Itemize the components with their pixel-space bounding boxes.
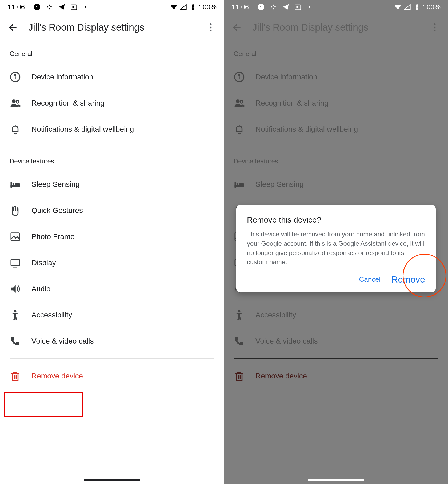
signal-icon <box>180 3 187 11</box>
accessibility-icon <box>10 309 21 321</box>
hand-icon <box>10 205 21 216</box>
svg-point-13 <box>15 74 16 75</box>
svg-rect-30 <box>274 6 276 8</box>
dialog-body: This device will be removed from your ho… <box>247 230 425 267</box>
svg-point-9 <box>210 27 212 29</box>
trash-icon <box>10 370 21 382</box>
row-label: Remove device <box>31 372 83 380</box>
row-label: Audio <box>31 285 51 293</box>
battery-icon <box>413 3 421 11</box>
svg-rect-21 <box>11 260 19 266</box>
wifi-icon <box>170 3 178 11</box>
display-icon <box>10 257 21 268</box>
row-quick-gestures[interactable]: Quick Gestures <box>0 197 224 224</box>
svg-rect-4 <box>49 8 50 10</box>
more-button[interactable] <box>205 22 216 33</box>
battery-percent: 100% <box>423 3 441 11</box>
photo-icon <box>10 231 21 242</box>
wifi-icon <box>394 3 402 11</box>
row-label: Recognition & sharing <box>31 99 105 107</box>
audio-icon <box>10 283 21 295</box>
row-label: Voice & video calls <box>31 337 94 345</box>
row-display[interactable]: Display <box>0 250 224 276</box>
section-general-label: General <box>0 44 224 64</box>
telegram-icon <box>282 3 289 11</box>
row-label: Quick Gestures <box>31 206 83 215</box>
divider <box>10 358 214 359</box>
row-sleep-sensing[interactable]: Sleep Sensing <box>0 171 224 197</box>
row-label: Device information <box>31 73 93 81</box>
status-time: 11:06 <box>7 3 25 11</box>
nav-handle[interactable] <box>84 479 140 481</box>
svg-point-19 <box>13 183 14 185</box>
row-label: Display <box>31 259 56 267</box>
battery-percent: 100% <box>199 3 217 11</box>
svg-rect-7 <box>192 4 194 4</box>
row-label: Sleep Sensing <box>31 180 80 189</box>
phone-icon <box>10 336 21 347</box>
bed-icon <box>10 179 21 190</box>
svg-rect-20 <box>11 233 19 240</box>
dialog-title: Remove this device? <box>247 215 425 224</box>
nav-handle[interactable] <box>308 479 364 481</box>
telegram-icon <box>58 3 65 11</box>
svg-rect-1 <box>47 6 49 8</box>
status-bar: 11:06 31 100% <box>224 0 448 14</box>
section-features-label: Device features <box>0 151 224 171</box>
svg-rect-31 <box>273 5 274 6</box>
people-icon <box>10 98 21 109</box>
slack-icon <box>46 3 53 11</box>
divider <box>10 147 214 147</box>
row-accessibility[interactable]: Accessibility <box>0 302 224 328</box>
row-label: Accessibility <box>31 311 72 319</box>
row-audio[interactable]: Audio <box>0 276 224 302</box>
row-photo-frame[interactable]: Photo Frame <box>0 224 224 250</box>
svg-rect-2 <box>50 6 52 8</box>
row-voice-video-calls[interactable]: Voice & video calls <box>0 328 224 354</box>
slack-icon <box>270 3 277 11</box>
phone-screenshot-left: 11:06 31 100% Jill's Room Display settin… <box>0 0 224 484</box>
row-recognition-sharing[interactable]: Recognition & sharing <box>0 90 224 116</box>
svg-rect-32 <box>273 8 274 10</box>
status-bar: 11:06 31 100% <box>0 0 224 14</box>
svg-rect-29 <box>271 6 273 8</box>
svg-rect-24 <box>13 374 18 380</box>
info-icon <box>10 71 21 83</box>
status-time: 11:06 <box>231 3 249 11</box>
row-label: Notifications & digital wellbeing <box>31 125 134 134</box>
cancel-button[interactable]: Cancel <box>359 274 381 285</box>
phone-screenshot-right: 11:06 31 100% Jill's Room Display settin… <box>224 0 448 484</box>
messenger-icon <box>33 3 41 11</box>
row-device-information[interactable]: Device information <box>0 64 224 90</box>
remove-button[interactable]: Remove <box>391 274 425 285</box>
calendar-icon: 31 <box>70 3 78 11</box>
svg-point-8 <box>210 23 212 25</box>
battery-icon <box>189 3 197 11</box>
status-more-dot <box>309 6 310 8</box>
svg-point-10 <box>210 30 212 31</box>
row-remove-device[interactable]: Remove device <box>0 363 224 389</box>
page-title: Jill's Room Display settings <box>28 22 205 33</box>
svg-point-14 <box>12 99 16 103</box>
svg-point-23 <box>14 310 17 313</box>
bell-icon <box>10 124 21 135</box>
messenger-icon <box>257 3 265 11</box>
back-button[interactable] <box>8 22 19 33</box>
calendar-icon: 31 <box>294 3 302 11</box>
svg-point-15 <box>16 100 19 103</box>
highlight-remove-device <box>4 392 83 417</box>
row-label: Photo Frame <box>31 232 75 241</box>
app-bar: Jill's Room Display settings <box>0 14 224 44</box>
signal-icon <box>404 3 411 11</box>
status-more-dot <box>85 6 86 8</box>
remove-device-dialog: Remove this device? This device will be … <box>236 205 436 292</box>
svg-rect-18 <box>11 185 20 187</box>
svg-rect-3 <box>49 5 50 6</box>
svg-rect-35 <box>416 4 418 4</box>
row-notifications[interactable]: Notifications & digital wellbeing <box>0 116 224 142</box>
